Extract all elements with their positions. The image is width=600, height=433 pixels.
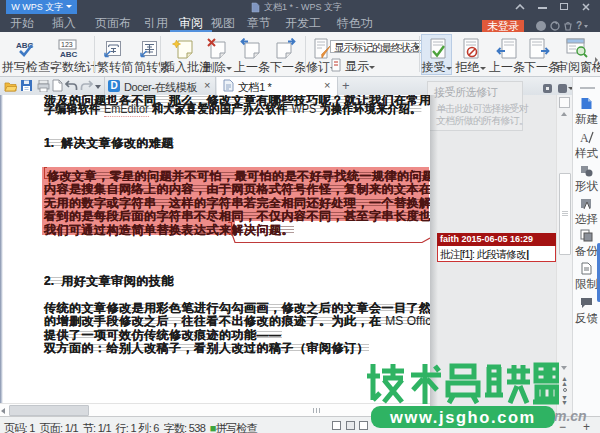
svg-text:123: 123 — [61, 41, 73, 48]
svg-text:A: A — [580, 131, 589, 144]
svg-text:ABC: ABC — [60, 50, 78, 59]
